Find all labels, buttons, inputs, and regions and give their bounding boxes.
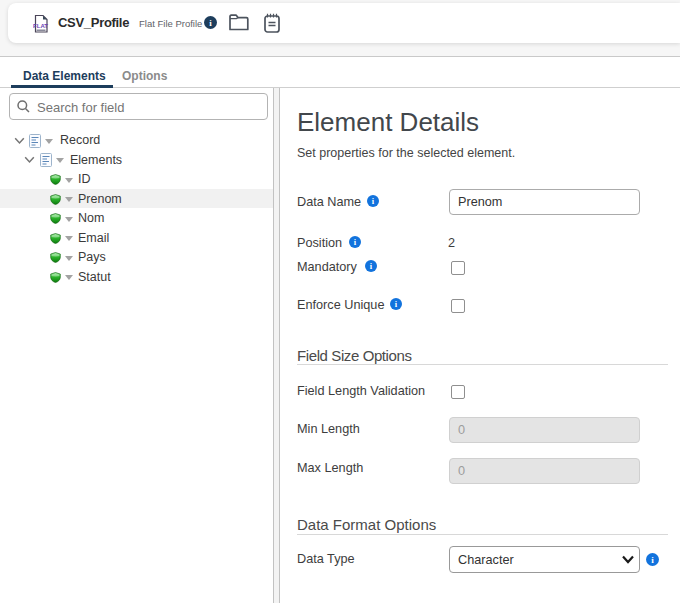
- svg-text:i: i: [651, 555, 654, 565]
- svg-text:FLAT: FLAT: [33, 23, 48, 29]
